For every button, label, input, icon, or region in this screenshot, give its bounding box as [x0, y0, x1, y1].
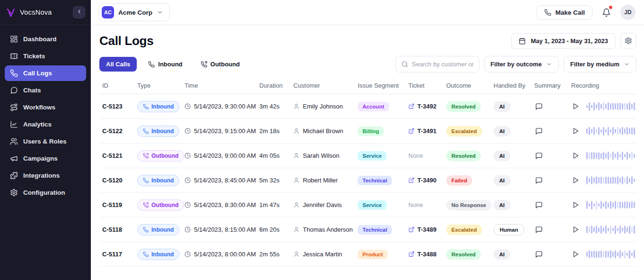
sidebar-item-call-logs[interactable]: Call Logs	[5, 65, 86, 81]
summary-button[interactable]	[534, 151, 544, 161]
play-button[interactable]	[571, 126, 580, 135]
call-time: 5/14/2023, 8:45:00 AM	[185, 177, 259, 184]
play-icon	[572, 251, 579, 258]
audio-waveform[interactable]	[586, 200, 635, 210]
table-settings-button[interactable]	[620, 33, 636, 49]
date-range-label: May 1, 2023 - May 31, 2023	[531, 37, 608, 45]
app-root: VocsNova DashboardTicketsCall LogsChatsW…	[0, 0, 644, 280]
chevron-left-icon	[76, 9, 82, 16]
sidebar-item-users-roles[interactable]: Users & Roles	[5, 134, 86, 149]
tab-outbound[interactable]: Outbound	[194, 57, 247, 72]
issue-segment-badge: Technical	[358, 225, 392, 235]
issue-segment-badge: Product	[358, 250, 388, 259]
outcome-badge: Escalated	[446, 225, 482, 235]
audio-waveform[interactable]	[586, 175, 635, 186]
call-id: C-5119	[102, 201, 137, 208]
table-row: C-5117Inbound5/14/2023, 8:00:00 AM2m 55s…	[99, 242, 636, 267]
customer-name: Jennifer Davis	[293, 201, 358, 208]
megaphone-icon	[10, 154, 18, 163]
dashboard-icon	[10, 35, 18, 43]
summary-button[interactable]	[534, 200, 544, 210]
clock-icon	[185, 153, 191, 159]
tab-inbound[interactable]: Inbound	[141, 57, 189, 72]
handled-by-badge: AI	[494, 101, 511, 112]
recording-cell	[571, 249, 635, 260]
external-link-icon	[408, 103, 415, 109]
sidebar-item-tickets[interactable]: Tickets	[5, 48, 86, 64]
date-range-button[interactable]: May 1, 2023 - May 31, 2023	[511, 33, 616, 49]
table-row: C-5121Outbound5/14/2023, 9:00:00 AM4m 05…	[99, 144, 636, 168]
issue-segment-badge: Service	[358, 151, 387, 161]
audio-waveform[interactable]	[586, 249, 635, 260]
tab-all[interactable]: All Calls	[99, 57, 137, 72]
table-body: C-5123Inbound5/14/2023, 9:30:00 AM3m 42s…	[99, 94, 636, 267]
column-header: ID	[102, 82, 137, 89]
org-switcher[interactable]: AC Acme Corp	[98, 3, 170, 21]
play-button[interactable]	[571, 250, 580, 259]
sidebar-item-label: Analytics	[23, 121, 52, 128]
handled-by-badge: AI	[494, 126, 511, 136]
call-type-badge: Inbound	[137, 249, 179, 260]
play-button[interactable]	[571, 102, 580, 111]
ticket-link[interactable]: T-3489	[408, 226, 446, 233]
sidebar-item-campaigns[interactable]: Campaigns	[5, 151, 86, 166]
audio-waveform[interactable]	[586, 225, 635, 235]
topbar: AC Acme Corp Make Call JD	[91, 0, 644, 25]
summary-button[interactable]	[534, 126, 544, 136]
clock-icon	[185, 251, 191, 257]
ticket-id: T-3492	[417, 103, 436, 110]
notifications-button[interactable]	[602, 8, 611, 17]
sidebar-item-integrations[interactable]: Integrations	[5, 168, 86, 183]
ticket-link[interactable]: T-3492	[408, 103, 446, 110]
play-button[interactable]	[571, 200, 580, 209]
outcome-filter-dropdown[interactable]: Filter by outcome	[484, 56, 559, 72]
medium-filter-dropdown[interactable]: Filter by medium	[564, 56, 636, 72]
make-call-label: Make Call	[556, 9, 585, 16]
medium-filter-label: Filter by medium	[570, 61, 619, 68]
sidebar-item-dashboard[interactable]: Dashboard	[5, 31, 86, 47]
summary-button[interactable]	[534, 250, 544, 259]
audio-waveform[interactable]	[586, 101, 635, 112]
search-input[interactable]	[412, 61, 473, 68]
outcome-badge: Escalated	[446, 126, 482, 136]
sidebar-item-configuration[interactable]: Configuration	[5, 185, 86, 200]
outcome-badge: Resolved	[446, 101, 481, 112]
phone-outgoing-icon	[143, 153, 149, 159]
title-actions: May 1, 2023 - May 31, 2023	[511, 33, 636, 49]
call-id: C-5117	[102, 251, 137, 258]
audio-waveform[interactable]	[586, 126, 635, 136]
person-icon	[293, 251, 300, 257]
chevron-down-icon	[624, 61, 630, 67]
sidebar-item-chats[interactable]: Chats	[5, 82, 86, 98]
sidebar-item-label: Campaigns	[23, 155, 58, 162]
outcome-badge: Resolved	[446, 151, 481, 161]
outcome-filter-label: Filter by outcome	[491, 61, 542, 68]
sidebar-collapse-button[interactable]	[73, 6, 85, 18]
play-button[interactable]	[571, 225, 580, 234]
summary-button[interactable]	[534, 225, 544, 235]
ticket-link[interactable]: T-3488	[408, 251, 446, 258]
play-icon	[572, 103, 579, 110]
call-type-badge: Inbound	[137, 224, 179, 235]
ticket-link[interactable]: T-3491	[408, 127, 446, 135]
right-filters: Filter by outcome Filter by medium	[395, 56, 636, 72]
sidebar-item-analytics[interactable]: Analytics	[5, 117, 86, 132]
title-row: Call Logs May 1, 2023 - May 31, 2023	[99, 33, 636, 49]
ticket-link[interactable]: T-3490	[408, 177, 446, 184]
play-button[interactable]	[571, 151, 580, 160]
audio-waveform[interactable]	[586, 151, 635, 161]
phone-icon	[148, 61, 155, 68]
summary-button[interactable]	[534, 176, 544, 185]
chat-icon	[10, 86, 18, 94]
sidebar-item-label: Users & Roles	[23, 138, 67, 145]
ticket-id: T-3490	[417, 177, 436, 184]
customer-name: Robert Miller	[293, 177, 358, 184]
sidebar-item-workflows[interactable]: Workflows	[5, 99, 86, 115]
message-square-icon	[535, 152, 543, 160]
summary-button[interactable]	[534, 102, 544, 111]
play-button[interactable]	[571, 176, 580, 185]
user-avatar[interactable]: JD	[620, 5, 635, 20]
make-call-button[interactable]: Make Call	[537, 5, 592, 20]
topbar-right: Make Call JD	[537, 5, 635, 20]
external-link-icon	[408, 128, 415, 134]
